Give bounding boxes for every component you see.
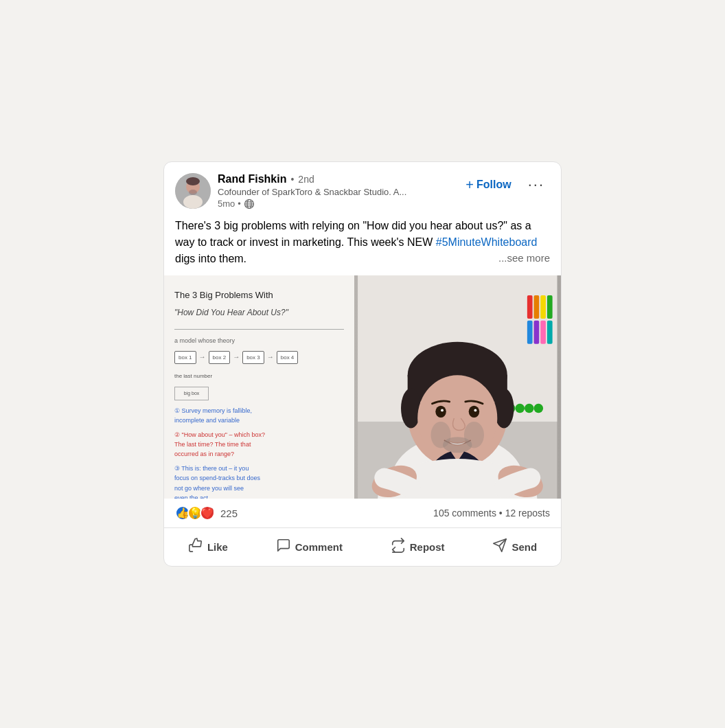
wb-box-label: big box [184, 390, 200, 397]
svg-point-34 [441, 409, 444, 411]
wb-title: The 3 Big Problems With [174, 289, 344, 302]
like-label: Like [207, 541, 228, 553]
send-button[interactable]: Send [483, 531, 546, 563]
post-media[interactable]: The 3 Big Problems With "How Did You Hea… [164, 275, 561, 499]
svg-rect-19 [547, 321, 553, 344]
globe-icon [244, 198, 255, 209]
post-card: Rand Fishkin • 2nd Cofounder of SparkTor… [163, 161, 562, 567]
user-name[interactable]: Rand Fishkin [218, 173, 286, 185]
person-svg [354, 275, 561, 499]
svg-point-4 [189, 190, 197, 195]
reactions-right: 105 comments • 12 reposts [433, 508, 550, 519]
person-panel [354, 275, 561, 499]
repost-icon [391, 538, 406, 556]
svg-point-33 [469, 406, 479, 418]
see-more-link[interactable]: ...see more [498, 251, 550, 266]
dot-separator2: • [499, 508, 505, 519]
heart-emoji: ❤️ [200, 505, 215, 521]
video-thumbnail: The 3 Big Problems With "How Did You Hea… [164, 275, 561, 499]
svg-point-23 [534, 404, 544, 413]
svg-rect-15 [547, 295, 553, 319]
post-text: There's 3 big problems with relying on "… [164, 215, 561, 275]
wb-points: ① Survey memory is fallible,incomplete a… [174, 406, 344, 499]
post-meta: 5mo • [218, 198, 406, 209]
svg-rect-13 [534, 295, 540, 319]
wb-diagram: box 1 → box 2 → box 3 → box 4 [174, 351, 344, 364]
post-header: Rand Fishkin • 2nd Cofounder of SparkTor… [164, 162, 561, 215]
svg-point-22 [525, 404, 534, 413]
degree-badge: • [290, 174, 294, 185]
user-name-row: Rand Fishkin • 2nd [218, 173, 406, 185]
plus-icon: + [465, 177, 474, 193]
post-time: 5mo [218, 198, 235, 209]
more-options-button[interactable]: ··· [522, 173, 550, 196]
svg-point-35 [474, 409, 477, 411]
dot-separator: • [238, 198, 241, 209]
svg-point-3 [186, 177, 200, 185]
comment-label: Comment [295, 541, 343, 553]
follow-label: Follow [476, 179, 511, 191]
svg-rect-18 [541, 321, 546, 344]
comments-count[interactable]: 105 comments [433, 508, 496, 519]
reaction-count[interactable]: 225 [220, 508, 238, 519]
svg-rect-17 [534, 321, 540, 344]
wb-label: a model whose theory [174, 337, 344, 345]
svg-point-38 [464, 422, 484, 448]
svg-point-21 [516, 404, 525, 413]
comment-button[interactable]: Comment [266, 531, 352, 563]
whiteboard-panel: The 3 Big Problems With "How Did You Hea… [164, 275, 354, 499]
repost-button[interactable]: Repost [381, 531, 454, 563]
svg-point-2 [183, 195, 203, 209]
send-label: Send [511, 541, 537, 553]
like-button[interactable]: Like [179, 531, 238, 563]
repost-label: Repost [410, 541, 445, 553]
connection-degree: 2nd [298, 174, 314, 185]
svg-point-37 [431, 422, 451, 448]
comment-icon [276, 538, 291, 556]
reactions-left: 👍 💡 ❤️ 225 [175, 505, 238, 521]
svg-rect-16 [527, 321, 533, 344]
reposts-count[interactable]: 12 reposts [505, 508, 550, 519]
svg-rect-12 [527, 295, 533, 319]
ellipsis-icon: ··· [528, 176, 544, 193]
user-bio: Cofounder of SparkToro & Snackbar Studio… [218, 187, 406, 197]
follow-button[interactable]: + Follow [460, 173, 516, 197]
author-info: Rand Fishkin • 2nd Cofounder of SparkTor… [175, 173, 406, 209]
svg-rect-14 [541, 295, 546, 319]
like-icon [188, 538, 203, 556]
send-icon [492, 538, 507, 556]
hashtag-link[interactable]: #5MinuteWhiteboard [436, 236, 538, 248]
reaction-emojis: 👍 💡 ❤️ [175, 505, 212, 521]
user-info: Rand Fishkin • 2nd Cofounder of SparkTor… [218, 173, 406, 209]
wb-note: the last number [174, 372, 344, 380]
svg-point-32 [436, 406, 446, 418]
actions-row: Like Comment Repost [164, 528, 561, 566]
avatar[interactable] [175, 173, 211, 209]
reactions-row: 👍 💡 ❤️ 225 105 comments • 12 reposts [164, 499, 561, 528]
post-text-after: digs into them. [175, 253, 246, 264]
wb-subtitle: "How Did You Hear About Us?" [174, 307, 344, 319]
header-actions: + Follow ··· [460, 173, 550, 197]
